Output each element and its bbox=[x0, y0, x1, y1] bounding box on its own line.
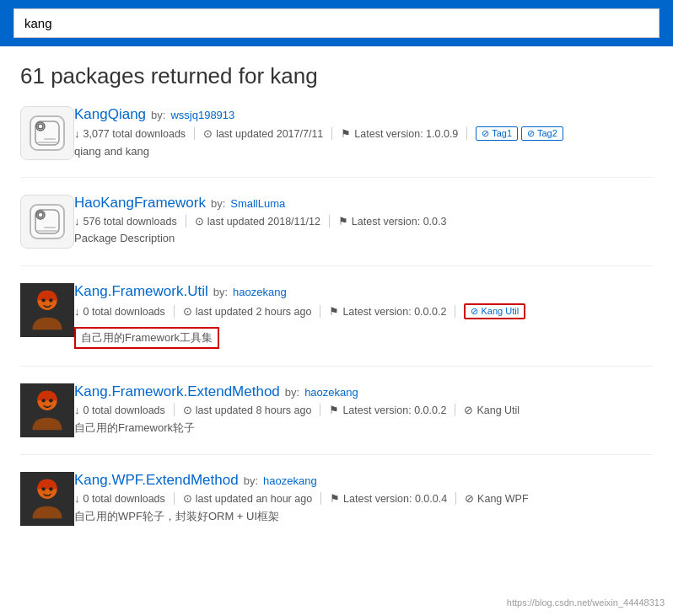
package-name[interactable]: Kang.WPF.ExtendMethod bbox=[74, 472, 239, 489]
meta-icon: ⊙ bbox=[183, 492, 192, 505]
svg-point-15 bbox=[49, 298, 52, 302]
meta-text: 0 total downloads bbox=[83, 404, 165, 416]
meta-text: Latest version: 1.0.0.9 bbox=[354, 128, 458, 140]
by-label: by: bbox=[213, 286, 228, 298]
by-label: by: bbox=[211, 197, 225, 210]
by-label: by: bbox=[244, 474, 258, 487]
meta-text: 0 total downloads bbox=[83, 306, 165, 318]
package-meta: ↓3,077 total downloads⊙last updated 2017… bbox=[74, 126, 653, 141]
meta-icon: ↓ bbox=[74, 127, 80, 140]
package-name[interactable]: KangQiang bbox=[74, 106, 146, 123]
meta-item: ⊘Kang WPF bbox=[456, 492, 536, 505]
meta-text: last updated an hour ago bbox=[196, 493, 312, 505]
package-description: 自己用的WPF轮子，封装好ORM + UI框架 bbox=[74, 509, 653, 524]
package-icon bbox=[20, 472, 74, 526]
meta-item: ⊘ Tag1 ⊘ Tag2 bbox=[467, 126, 571, 141]
meta-icon: ⚑ bbox=[341, 127, 351, 140]
svg-rect-5 bbox=[37, 142, 57, 143]
meta-icon: ⊙ bbox=[203, 127, 213, 140]
meta-text: last updated 2017/7/11 bbox=[216, 128, 323, 140]
meta-item: ↓3,077 total downloads bbox=[74, 127, 195, 140]
meta-item: ⚑Latest version: 1.0.0.9 bbox=[332, 127, 467, 140]
package-author[interactable]: SmallLuma bbox=[230, 197, 285, 210]
meta-item: ⚑Latest version: 0.0.0.2 bbox=[320, 404, 455, 416]
package-meta: ↓0 total downloads⊙last updated an hour … bbox=[74, 492, 653, 505]
package-name[interactable]: Kang.Framework.Util bbox=[74, 283, 208, 300]
meta-text: Latest version: 0.0.3 bbox=[352, 216, 447, 228]
package-icon bbox=[20, 383, 74, 437]
package-item: KangQiang by: wssjq198913 ↓3,077 total d… bbox=[20, 106, 653, 178]
meta-text: Latest version: 0.0.0.2 bbox=[342, 404, 446, 416]
meta-text: Kang Util bbox=[476, 404, 520, 416]
meta-item: ⊘Kang Util bbox=[455, 404, 528, 416]
meta-text: 3,077 total downloads bbox=[83, 128, 186, 140]
package-icon bbox=[20, 283, 74, 337]
meta-icon: ↓ bbox=[74, 305, 80, 318]
meta-item: ↓0 total downloads bbox=[74, 404, 175, 416]
meta-item: ⚑Latest version: 0.0.0.2 bbox=[320, 305, 455, 318]
package-author[interactable]: haozekang bbox=[233, 286, 287, 298]
tag-badge[interactable]: ⊘ Tag1 bbox=[476, 126, 518, 141]
package-header: HaoKangFramework by: SmallLuma bbox=[74, 195, 653, 212]
meta-icon: ⚑ bbox=[329, 305, 339, 318]
meta-icon: ↓ bbox=[74, 404, 80, 416]
main-content: 61 packages returned for kang KangQiang … bbox=[0, 46, 673, 576]
highlighted-tag-badge[interactable]: ⊘ Kang Util bbox=[464, 303, 525, 319]
svg-point-19 bbox=[49, 399, 52, 402]
meta-text: 576 total downloads bbox=[83, 216, 177, 228]
svg-rect-4 bbox=[44, 138, 56, 140]
meta-item: ⊘ Kang Util bbox=[455, 303, 534, 319]
meta-item: ↓0 total downloads bbox=[74, 305, 175, 318]
by-label: by: bbox=[285, 386, 299, 399]
svg-point-23 bbox=[49, 487, 52, 490]
package-name[interactable]: HaoKangFramework bbox=[74, 195, 206, 212]
package-meta: ↓0 total downloads⊙last updated 2 hours … bbox=[74, 303, 653, 319]
meta-item: ⊙last updated 2017/7/11 bbox=[195, 127, 332, 140]
meta-text: Kang WPF bbox=[477, 493, 528, 505]
by-label: by: bbox=[151, 109, 165, 121]
meta-text: last updated 2 hours ago bbox=[196, 306, 312, 318]
package-info: HaoKangFramework by: SmallLuma ↓576 tota… bbox=[74, 195, 653, 244]
package-icon bbox=[20, 106, 74, 160]
package-header: Kang.Framework.ExtendMethod by: haozekan… bbox=[74, 383, 653, 400]
package-header: Kang.WPF.ExtendMethod by: haozekang bbox=[74, 472, 653, 489]
package-header: KangQiang by: wssjq198913 bbox=[74, 106, 653, 123]
package-list: KangQiang by: wssjq198913 ↓3,077 total d… bbox=[20, 106, 653, 543]
package-author[interactable]: haozekang bbox=[263, 474, 317, 487]
package-description: 自己用的Framework轮子 bbox=[74, 420, 653, 436]
tag-badge[interactable]: ⊘ Tag2 bbox=[521, 126, 563, 141]
meta-item: ↓0 total downloads bbox=[74, 492, 175, 505]
package-description: qiang and kang bbox=[74, 145, 653, 158]
package-info: Kang.Framework.Util by: haozekang ↓0 tot… bbox=[74, 283, 653, 349]
meta-icon: ⚑ bbox=[338, 215, 348, 228]
package-info: Kang.Framework.ExtendMethod by: haozekan… bbox=[74, 383, 653, 436]
package-info: KangQiang by: wssjq198913 ↓3,077 total d… bbox=[74, 106, 653, 158]
meta-icon: ⚑ bbox=[330, 492, 340, 505]
package-item: Kang.Framework.ExtendMethod by: haozekan… bbox=[20, 383, 653, 455]
meta-icon: ⊘ bbox=[464, 404, 473, 416]
meta-item: ⚑Latest version: 0.0.3 bbox=[330, 215, 455, 228]
package-author[interactable]: haozekang bbox=[304, 386, 358, 399]
meta-icon: ↓ bbox=[74, 215, 80, 228]
package-item: HaoKangFramework by: SmallLuma ↓576 tota… bbox=[20, 195, 653, 266]
package-author[interactable]: wssjq198913 bbox=[170, 109, 234, 121]
meta-item: ⚑Latest version: 0.0.0.4 bbox=[321, 492, 456, 505]
meta-icon: ⊘ bbox=[465, 492, 474, 505]
svg-rect-11 bbox=[37, 230, 57, 232]
meta-icon: ⊙ bbox=[183, 404, 192, 416]
svg-point-14 bbox=[41, 298, 45, 302]
svg-point-18 bbox=[41, 399, 45, 402]
meta-text: Latest version: 0.0.0.2 bbox=[342, 306, 446, 318]
search-bar-container bbox=[0, 0, 673, 46]
svg-rect-10 bbox=[44, 227, 56, 228]
meta-text: Latest version: 0.0.0.4 bbox=[343, 493, 447, 505]
package-meta: ↓0 total downloads⊙last updated 8 hours … bbox=[74, 404, 653, 416]
meta-item: ⊙last updated an hour ago bbox=[175, 492, 321, 505]
package-item: Kang.Framework.Util by: haozekang ↓0 tot… bbox=[20, 283, 653, 367]
search-input[interactable] bbox=[13, 8, 660, 38]
meta-icon: ⊙ bbox=[183, 305, 192, 318]
package-item: Kang.WPF.ExtendMethod by: haozekang ↓0 t… bbox=[20, 472, 653, 543]
package-name[interactable]: Kang.Framework.ExtendMethod bbox=[74, 383, 280, 400]
meta-item: ↓576 total downloads bbox=[74, 215, 186, 228]
svg-point-22 bbox=[41, 487, 45, 490]
